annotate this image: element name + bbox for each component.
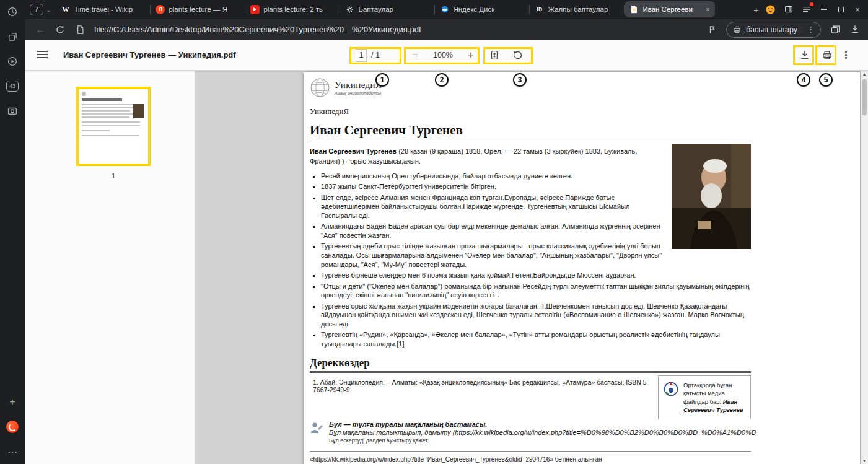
wikipedia-wordmark: УикипедиЯ [335, 80, 382, 90]
thumbnail-page-number: 1 [76, 172, 151, 180]
wikipedia-tagline: Ашық энциклопедиясы [335, 91, 382, 95]
pill-divider [802, 25, 802, 34]
fact-item: Тургенев бірнеше өлеңдер мен 6 поэма жаз… [321, 271, 751, 280]
profile-avatar[interactable] [765, 4, 776, 15]
turgenev-portrait [672, 144, 751, 249]
tabbar-right-controls: × [765, 4, 868, 15]
print-more-icon[interactable]: ⋮ [807, 25, 815, 34]
print-icon[interactable] [820, 48, 834, 62]
commons-icon [663, 381, 679, 414]
stub-notice: Бұл — тұлға туралы мақаланың бастамасы. … [310, 421, 751, 444]
browser-side-rail: 43 + ⋯ [0, 0, 25, 464]
new-tab-button[interactable]: + [753, 4, 759, 15]
zoom-controls: − 100% + [410, 40, 476, 71]
youtube-icon [250, 5, 260, 14]
thumbnail-panel: 1 [25, 71, 195, 464]
pdf-toolbar: Иван Сергеевич Тургенев — Уикипедия.pdf … [25, 40, 868, 71]
file-page-icon [74, 24, 85, 35]
tab-turgenev-pdf[interactable]: Иван Сергееви × [625, 1, 715, 17]
stub-line-2: Бұл мақаланы толықтырып, дамыту (https:/… [329, 429, 756, 436]
pdf-icon [629, 5, 639, 14]
fact-item: Тургенев орыс халқына жақын украин мәден… [321, 302, 751, 329]
references-heading: Дереккөздер [310, 357, 751, 373]
tabs-strip: W Time travel - Wikip Я plants lecture —… [56, 0, 750, 19]
address-bar: ← file:///C:/Users/Admin/Desktop/Иван%20… [25, 19, 868, 40]
page-thumbnail[interactable] [76, 87, 151, 166]
tab-settings[interactable]: Баптаулар [340, 1, 434, 17]
page-indicator: 1 / 1 [356, 40, 380, 71]
chevron-down-icon: ⌄ [46, 6, 51, 13]
commons-box: Ортаққорда бұған қатысты медиа файлдар б… [658, 375, 751, 419]
panels-icon[interactable] [830, 24, 841, 35]
tab-counter-button[interactable]: 7 ⌄ [30, 4, 51, 15]
bookmark-flag-icon[interactable] [706, 24, 717, 35]
rail-more-icon[interactable]: ⋯ [6, 445, 19, 458]
add-panel-icon[interactable]: + [6, 396, 19, 408]
maximize-button[interactable] [836, 5, 845, 14]
printer-icon [732, 25, 742, 34]
tab-yandex-disk[interactable]: Яндекс Диск [435, 1, 529, 17]
download-icon[interactable] [798, 48, 812, 62]
yandex-disk-icon [440, 5, 449, 14]
gear-icon [345, 5, 354, 14]
minimize-button[interactable] [820, 5, 828, 14]
tab-plants-lecture-video[interactable]: plants lecture: 2 ть [245, 1, 340, 17]
tab-time-travel[interactable]: W Time travel - Wikip [56, 1, 150, 17]
notifications-icon[interactable] [802, 4, 812, 14]
menu-icon[interactable] [37, 51, 48, 60]
commons-text: Ортаққорда бұған қатысты медиа файлдар б… [683, 381, 746, 414]
pdf-page: УикипедиЯ Ашық энциклопедиясы УикипедиЯ … [304, 72, 860, 464]
tab-bar: 7 ⌄ W Time travel - Wikip Я plants lectu… [25, 0, 868, 19]
page-number-input[interactable]: 1 [356, 49, 367, 62]
stub-line-1: Бұл — тұлға туралы мақаланың бастамасы. [329, 421, 756, 428]
yandex-browser-icon[interactable] [6, 421, 19, 433]
scroll-down-icon[interactable]: ▼ [861, 458, 868, 463]
stub-person-icon [310, 421, 323, 436]
collections-icon[interactable] [6, 30, 19, 43]
page-total: / 1 [371, 51, 380, 59]
wikipedia-icon: W [61, 5, 70, 14]
footer-divider [310, 451, 751, 452]
screenshot-icon[interactable] [6, 105, 19, 117]
fact-item: "Отцы и дети" ("Әкелер мен балалар") ром… [321, 282, 751, 300]
page-area: УикипедиЯ Ашық энциклопедиясы УикипедиЯ … [196, 71, 861, 464]
id-icon: ID [535, 5, 544, 14]
scrollbar-thumb[interactable] [862, 79, 867, 115]
tab-plants-lecture-music[interactable]: Я plants lecture — Я [151, 1, 245, 17]
back-icon[interactable]: ← [35, 24, 46, 35]
phone-tabs-icon[interactable]: 43 [6, 80, 19, 92]
url-field[interactable]: file:///C:/Users/Admin/Desktop/Иван%20Се… [94, 25, 698, 34]
close-button[interactable]: × [853, 5, 862, 14]
yandex-icon: Я [156, 5, 165, 14]
zoom-in-button[interactable]: + [465, 49, 476, 61]
tab-count: 7 [30, 4, 43, 15]
tabs-count-badge: 43 [6, 81, 19, 92]
edit-link: толықтырып, дамыту (https://kk.wikipedia… [376, 429, 756, 436]
tab-general-settings[interactable]: ID Жалпы баптаулар [530, 1, 624, 17]
zoom-out-button[interactable]: − [410, 49, 421, 61]
zoom-level: 100% [433, 51, 453, 59]
article-title: Иван Сергеевич Тургенев [310, 123, 751, 141]
print-page-button[interactable]: басып шығару ⋮ [726, 22, 821, 38]
pdf-viewer: Иван Сергеевич Тургенев — Уикипедия.pdf … [25, 40, 868, 464]
wikipedia-globe-icon [310, 77, 330, 98]
fit-page-icon[interactable] [488, 48, 501, 62]
history-icon[interactable] [6, 6, 19, 18]
tab-close-icon[interactable]: × [705, 6, 710, 13]
site-name: УикипедиЯ [310, 107, 751, 116]
side-panel-icon[interactable] [784, 4, 794, 14]
stub-note: Бұл ескертуді дәлдеп ауыстыру қажет. [329, 437, 756, 444]
wikipedia-header: УикипедиЯ Ашық энциклопедиясы [310, 77, 751, 98]
player-icon[interactable] [6, 55, 19, 68]
reload-icon[interactable] [55, 24, 66, 35]
retrieved-from-line: «https://kk.wikipedia.org/w/index.php?ti… [310, 456, 751, 463]
scroll-up-icon[interactable]: ▲ [861, 72, 868, 76]
rotate-icon[interactable] [511, 48, 525, 62]
fact-item: Тургеневтің «Рудин», «Қарсаңда», «Әкелер… [321, 330, 751, 348]
scrollbar[interactable]: ▲ ▼ [861, 71, 868, 464]
viewer-body: 1 УикипедиЯ Ашық энциклопедиясы Уикипеди… [25, 71, 868, 464]
document-title: Иван Сергеевич Тургенев — Уикипедия.pdf [63, 40, 236, 71]
downloads-icon[interactable] [849, 24, 861, 35]
more-options-icon[interactable]: ⋮ [841, 40, 851, 71]
print-label: басып шығару [746, 25, 797, 34]
